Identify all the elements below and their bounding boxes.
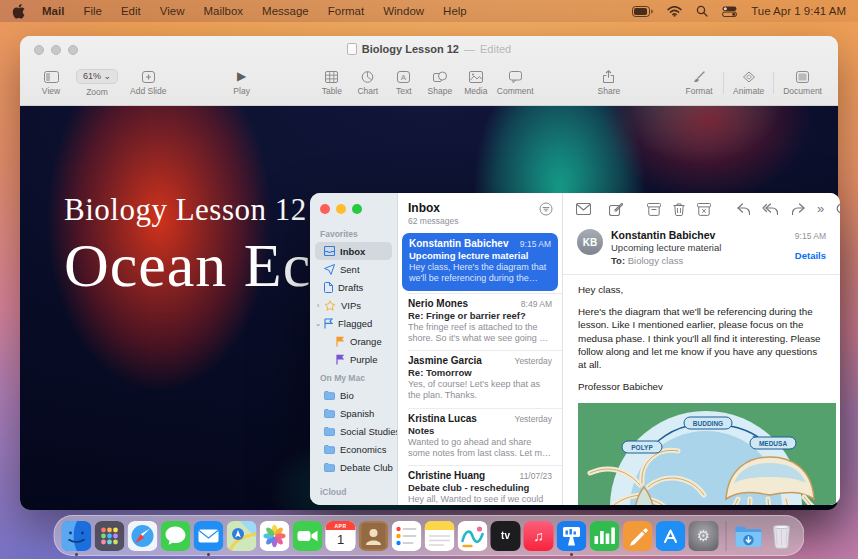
sidebar-item-drafts[interactable]: Drafts <box>310 278 397 296</box>
menubar-clock[interactable]: Tue Apr 1 9:41 AM <box>751 5 846 17</box>
dock-photos-icon[interactable] <box>260 521 290 551</box>
search-icon[interactable] <box>696 5 708 17</box>
dock-mail-icon[interactable] <box>194 521 224 551</box>
play-icon: ▶ <box>237 70 246 83</box>
dock-facetime-icon[interactable] <box>293 521 323 551</box>
menu-mailbox[interactable]: Mailbox <box>203 5 243 17</box>
keynote-zoom-control[interactable]: 61% ⌄ Zoom <box>76 69 118 97</box>
menu-help[interactable]: Help <box>443 5 467 17</box>
trash-icon[interactable] <box>673 203 685 216</box>
keynote-share-button[interactable]: Share <box>594 70 624 96</box>
dock-system-settings-icon[interactable]: ⚙ <box>689 521 719 551</box>
dock-keynote-icon[interactable] <box>557 521 587 551</box>
disclosure-chevron-icon[interactable]: › <box>314 301 322 310</box>
folder-icon <box>324 427 335 436</box>
sidebar-item-orange-flag[interactable]: Orange <box>310 332 397 350</box>
dock-calendar-icon[interactable]: APR 1 <box>326 521 356 551</box>
detail-recipient: Biology class <box>628 255 683 266</box>
more-actions-icon[interactable]: » <box>817 204 824 214</box>
dock-numbers-icon[interactable] <box>590 521 620 551</box>
minimize-button[interactable] <box>336 204 346 214</box>
search-icon[interactable] <box>836 203 840 216</box>
keynote-format-button[interactable]: Format <box>684 71 714 96</box>
sidebar-folder-debate-club[interactable]: Debate Club <box>310 458 397 476</box>
keynote-media-button[interactable]: Media <box>461 71 491 96</box>
dock-freeform-icon[interactable] <box>458 521 488 551</box>
zoom-button[interactable] <box>352 204 362 214</box>
keynote-table-button[interactable]: Table <box>317 71 347 96</box>
dock-pages-icon[interactable] <box>623 521 653 551</box>
sidebar-folder-social-studies[interactable]: Social Studies <box>310 422 397 440</box>
keynote-animate-button[interactable]: Animate <box>733 71 764 96</box>
menu-view[interactable]: View <box>160 5 185 17</box>
control-center-icon[interactable] <box>722 6 737 17</box>
menu-window[interactable]: Window <box>383 5 424 17</box>
compose-icon[interactable] <box>609 203 623 216</box>
sidebar-folder-spanish[interactable]: Spanish <box>310 404 397 422</box>
dock-apple-tv-icon[interactable]: tv <box>491 521 521 551</box>
dock-trash-icon[interactable] <box>767 521 797 551</box>
slide-subtitle: Biology Lesson 12 <box>64 192 311 228</box>
dock-notes-icon[interactable] <box>425 521 455 551</box>
mail-traffic-lights[interactable] <box>310 202 397 224</box>
sidebar-item-purple-flag[interactable]: Purple <box>310 350 397 368</box>
sidebar-item-sent[interactable]: Sent <box>310 260 397 278</box>
message-row[interactable]: Jasmine GarciaYesterday Re: Tomorrow Yes… <box>398 350 562 408</box>
menu-file[interactable]: File <box>83 5 102 17</box>
disclosure-chevron-icon[interactable]: ⌄ <box>314 319 322 328</box>
keynote-view-button[interactable]: View <box>36 71 66 96</box>
diagram-label-budding: BUDDING <box>693 419 723 426</box>
filter-icon[interactable] <box>539 202 553 216</box>
dock-contacts-icon[interactable] <box>359 521 389 551</box>
wifi-icon[interactable] <box>667 6 682 17</box>
smart-mailboxes-section-label[interactable]: Smart Mailboxes <box>310 504 397 505</box>
zoom-level-button[interactable]: 61% ⌄ <box>76 69 118 84</box>
reply-icon[interactable] <box>737 203 750 215</box>
icloud-section-label[interactable]: iCloud <box>310 482 397 500</box>
message-row-selected[interactable]: Konstantin Babichev9:15 AM Upcoming lect… <box>402 233 558 291</box>
menu-app-name[interactable]: Mail <box>42 5 64 17</box>
battery-icon[interactable] <box>632 6 653 17</box>
message-row[interactable]: Nerio Mones8:49 AM Re: Fringe or barrier… <box>398 293 562 351</box>
dock-launchpad-icon[interactable] <box>95 521 125 551</box>
keynote-text-button[interactable]: A Text <box>389 71 419 96</box>
sidebar-item-flagged[interactable]: ⌄ Flagged <box>310 314 397 332</box>
menu-format[interactable]: Format <box>328 5 364 17</box>
archive-icon[interactable] <box>647 203 661 216</box>
dock-music-icon[interactable]: ♫ <box>524 521 554 551</box>
message-row[interactable]: Christine Huang11/07/23 Debate club - re… <box>398 465 562 505</box>
media-icon <box>469 71 483 83</box>
dock-app-store-icon[interactable] <box>656 521 686 551</box>
keynote-shape-button[interactable]: Shape <box>425 71 455 96</box>
svg-text:A: A <box>401 73 407 82</box>
menu-message[interactable]: Message <box>262 5 309 17</box>
dock-reminders-icon[interactable] <box>392 521 422 551</box>
keynote-play-button[interactable]: ▶ Play <box>227 70 257 96</box>
mail-window: Favorites Inbox Sent Drafts › VIPs ⌄ Fla… <box>310 193 840 505</box>
menu-edit[interactable]: Edit <box>121 5 141 17</box>
keynote-chart-button[interactable]: Chart <box>353 71 383 96</box>
forward-icon[interactable] <box>792 203 805 215</box>
dock-finder-icon[interactable] <box>62 521 92 551</box>
keynote-document-button[interactable]: Document <box>783 71 822 96</box>
close-button[interactable] <box>320 204 330 214</box>
dock-downloads-icon[interactable] <box>734 521 764 551</box>
mail-sidebar: Favorites Inbox Sent Drafts › VIPs ⌄ Fla… <box>310 193 398 505</box>
sidebar-item-vips[interactable]: › VIPs <box>310 296 397 314</box>
sidebar-folder-economics[interactable]: Economics <box>310 440 397 458</box>
keynote-comment-button[interactable]: Comment <box>497 71 534 96</box>
details-link[interactable]: Details <box>795 250 826 261</box>
get-mail-icon[interactable] <box>576 203 591 215</box>
dock-maps-icon[interactable] <box>227 521 257 551</box>
keynote-add-slide-button[interactable]: Add Slide <box>130 71 166 96</box>
running-indicator <box>207 553 210 556</box>
apple-menu-icon[interactable] <box>12 4 25 19</box>
sidebar-folder-bio[interactable]: Bio <box>310 386 397 404</box>
mailbox-title: Inbox <box>408 201 552 215</box>
message-row[interactable]: Kristina LucasYesterday Notes Wanted to … <box>398 408 562 466</box>
dock-safari-icon[interactable] <box>128 521 158 551</box>
junk-icon[interactable] <box>697 203 711 216</box>
dock-messages-icon[interactable] <box>161 521 191 551</box>
reply-all-icon[interactable] <box>762 203 778 215</box>
sidebar-item-inbox[interactable]: Inbox <box>315 242 392 260</box>
